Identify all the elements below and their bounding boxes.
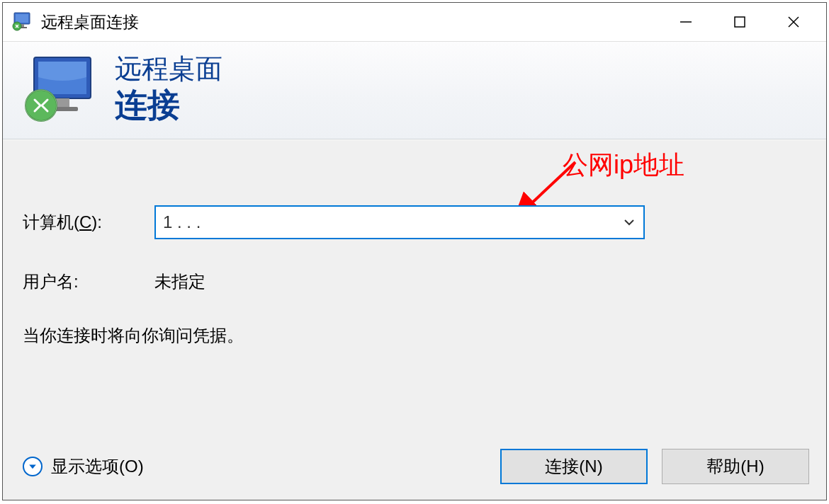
window-controls (659, 3, 820, 41)
maximize-button[interactable] (713, 3, 767, 41)
app-icon (11, 11, 34, 33)
computer-label: 计算机(C): (23, 211, 154, 234)
connect-button[interactable]: 连接(N) (500, 449, 648, 484)
help-button[interactable]: 帮助(H) (662, 449, 809, 484)
svg-marker-17 (29, 465, 36, 469)
titlebar: 远程桌面连接 (3, 3, 826, 41)
header-title-line2: 连接 (115, 86, 222, 125)
username-row: 用户名: 未指定 (23, 270, 806, 293)
username-value: 未指定 (154, 270, 205, 293)
computer-combobox[interactable]: 1 . . . (154, 205, 645, 239)
minimize-button[interactable] (659, 3, 713, 41)
remote-desktop-large-icon (21, 53, 99, 124)
credential-info-text: 当你连接时将向你询问凭据。 (23, 324, 806, 347)
svg-line-16 (527, 162, 575, 207)
computer-value: 1 . . . (163, 212, 622, 232)
expand-down-icon (23, 457, 43, 476)
username-label: 用户名: (23, 270, 154, 293)
svg-rect-1 (16, 14, 28, 23)
show-options-button[interactable]: 显示选项(O) (23, 455, 144, 478)
remote-desktop-window: 远程桌面连接 (2, 2, 827, 500)
header-title-line1: 远程桌面 (115, 53, 222, 86)
footer-buttons: 连接(N) 帮助(H) (500, 449, 809, 484)
chevron-down-icon[interactable] (622, 215, 636, 229)
header-banner: 远程桌面 连接 (3, 41, 826, 139)
content-area: 公网ip地址 计算机(C): 1 . . . 用户名: 未指定 当你连接时将向你… (3, 139, 826, 500)
annotation-text: 公网ip地址 (563, 148, 684, 183)
svg-rect-11 (55, 98, 69, 107)
window-title: 远程桌面连接 (41, 11, 659, 33)
close-button[interactable] (767, 3, 820, 41)
header-text: 远程桌面 连接 (115, 53, 222, 125)
show-options-label: 显示选项(O) (51, 455, 144, 478)
computer-row: 计算机(C): 1 . . . (23, 205, 806, 239)
svg-rect-6 (735, 17, 745, 27)
footer: 显示选项(O) 连接(N) 帮助(H) (23, 449, 809, 484)
